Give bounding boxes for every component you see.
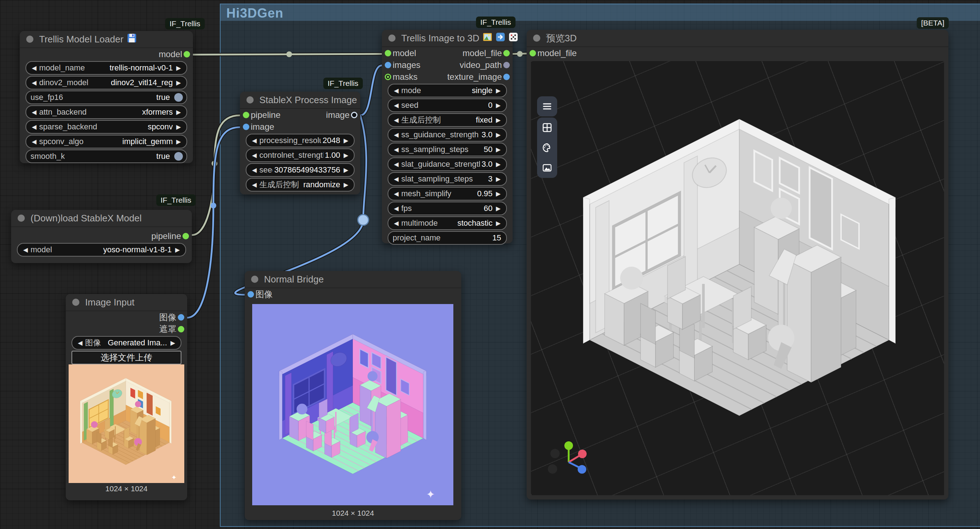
node-image-input[interactable]: Image Input图像遮罩◀图像Generated Ima...▶选择文件上… xyxy=(66,294,187,500)
node-header[interactable]: Normal Bridge xyxy=(245,271,461,288)
widget-use-fp16[interactable]: use_fp16true xyxy=(25,91,187,104)
collapse-dot-icon[interactable] xyxy=(26,35,33,43)
increment-arrow-icon[interactable]: ▶ xyxy=(174,123,183,131)
increment-arrow-icon[interactable]: ▶ xyxy=(342,166,350,174)
widget-mode[interactable]: ◀modesingle▶ xyxy=(388,84,507,97)
node-header[interactable]: 预览3D xyxy=(527,30,948,47)
collapse-dot-icon[interactable] xyxy=(533,35,540,42)
port-dot[interactable] xyxy=(243,124,249,130)
port-dot[interactable] xyxy=(184,51,190,57)
palette-icon[interactable] xyxy=(537,138,557,158)
decrement-arrow-icon[interactable]: ◀ xyxy=(21,246,30,254)
increment-arrow-icon[interactable]: ▶ xyxy=(169,339,177,347)
widget-sparse-backend[interactable]: ◀sparse_backendspconv▶ xyxy=(25,120,187,134)
collapse-dot-icon[interactable] xyxy=(18,215,25,222)
widget-processing-resolution[interactable]: ◀processing_resolution2048▶ xyxy=(246,134,355,147)
increment-arrow-icon[interactable]: ▶ xyxy=(494,87,503,94)
decrement-arrow-icon[interactable]: ◀ xyxy=(250,181,259,189)
increment-arrow-icon[interactable]: ▶ xyxy=(342,137,350,145)
decrement-arrow-icon[interactable]: ◀ xyxy=(250,151,259,159)
increment-arrow-icon[interactable]: ▶ xyxy=(494,131,503,139)
decrement-arrow-icon[interactable]: ◀ xyxy=(392,102,401,109)
node-normal-bridge[interactable]: Normal Bridge图像✦1024 × 1024 xyxy=(245,271,461,520)
increment-arrow-icon[interactable]: ▶ xyxy=(174,108,183,116)
axis-gizmo-icon[interactable] xyxy=(547,431,605,485)
node-download-stablex-model[interactable]: (Down)load StableX Modelpipeline◀modelyo… xyxy=(11,210,192,263)
widget-control-after-generate[interactable]: ◀生成后控制randomize▶ xyxy=(246,178,355,191)
port-dot[interactable] xyxy=(178,326,184,332)
increment-arrow-icon[interactable]: ▶ xyxy=(494,190,503,198)
node-stablex-process-image[interactable]: StableX Process Imagepipelineimageimage◀… xyxy=(240,92,360,194)
reroute-node[interactable] xyxy=(358,215,369,225)
decrement-arrow-icon[interactable]: ◀ xyxy=(392,116,401,124)
increment-arrow-icon[interactable]: ▶ xyxy=(342,181,350,189)
widget-dinov2-model[interactable]: ◀dinov2_modeldinov2_vitl14_reg▶ xyxy=(25,76,187,89)
decrement-arrow-icon[interactable]: ◀ xyxy=(392,220,401,227)
widget-project-name[interactable]: project_name15 xyxy=(388,231,507,245)
widget-seed[interactable]: ◀seed0▶ xyxy=(388,99,507,112)
node-header[interactable]: Trellis Image to 3D xyxy=(382,30,512,47)
increment-arrow-icon[interactable]: ▶ xyxy=(494,102,503,109)
node-preview-3d[interactable]: 预览3Dmodel_file xyxy=(527,30,948,500)
collapse-dot-icon[interactable] xyxy=(247,96,254,104)
decrement-arrow-icon[interactable]: ◀ xyxy=(392,205,401,212)
node-trellis-model-loader[interactable]: Trellis Model Loadermodel◀model_nametrel… xyxy=(20,31,193,163)
widget-attn-backend[interactable]: ◀attn_backendxformers▶ xyxy=(25,105,187,119)
widget-model[interactable]: ◀modelyoso-normal-v1-8-1▶ xyxy=(17,243,186,257)
node-graph-canvas[interactable]: Hi3DGen IF_Trellis IF_Trellis IF_Trellis… xyxy=(0,0,980,529)
node-trellis-image-to-3d[interactable]: Trellis Image to 3Dmodelmodel_fileimages… xyxy=(382,30,512,243)
collapse-dot-icon[interactable] xyxy=(72,299,80,306)
port-dot-hollow[interactable] xyxy=(385,74,391,80)
increment-arrow-icon[interactable]: ▶ xyxy=(494,175,503,183)
widget-model-name[interactable]: ◀model_nametrellis-normal-v0-1▶ xyxy=(25,61,187,75)
decrement-arrow-icon[interactable]: ◀ xyxy=(30,64,38,72)
decrement-arrow-icon[interactable]: ◀ xyxy=(30,79,38,87)
3d-model-render[interactable] xyxy=(563,83,915,464)
port-dot[interactable] xyxy=(503,74,510,80)
increment-arrow-icon[interactable]: ▶ xyxy=(174,138,183,145)
port-dot[interactable] xyxy=(530,50,536,56)
node-header[interactable]: Trellis Model Loader xyxy=(20,31,193,48)
decrement-arrow-icon[interactable]: ◀ xyxy=(392,190,401,198)
widget-smooth-k[interactable]: smooth_ktrue xyxy=(25,150,187,163)
port-dot[interactable] xyxy=(243,112,249,118)
menu-icon[interactable] xyxy=(537,96,557,116)
widget-seed[interactable]: ◀seed307865499433756▶ xyxy=(246,163,355,177)
toggle-knob-icon[interactable] xyxy=(174,93,183,102)
increment-arrow-icon[interactable]: ▶ xyxy=(174,79,183,87)
decrement-arrow-icon[interactable]: ◀ xyxy=(392,175,401,183)
collapse-dot-icon[interactable] xyxy=(388,35,396,42)
widget-multimode[interactable]: ◀multimodestochastic▶ xyxy=(388,216,507,230)
widget-control-after-generate[interactable]: ◀生成后控制fixed▶ xyxy=(388,113,507,127)
port-dot[interactable] xyxy=(503,62,510,68)
port-dot[interactable] xyxy=(178,314,184,320)
3d-viewport[interactable] xyxy=(531,61,944,495)
port-dot[interactable] xyxy=(248,291,254,298)
widget-ss-sampling-steps[interactable]: ◀ss_sampling_steps50▶ xyxy=(388,143,507,156)
node-header[interactable]: Image Input xyxy=(66,294,187,311)
port-dot[interactable] xyxy=(503,50,510,56)
decrement-arrow-icon[interactable]: ◀ xyxy=(250,137,259,145)
increment-arrow-icon[interactable]: ▶ xyxy=(342,151,350,159)
increment-arrow-icon[interactable]: ▶ xyxy=(494,146,503,153)
decrement-arrow-icon[interactable]: ◀ xyxy=(392,131,401,139)
decrement-arrow-icon[interactable]: ◀ xyxy=(392,146,401,153)
decrement-arrow-icon[interactable]: ◀ xyxy=(250,166,259,174)
increment-arrow-icon[interactable]: ▶ xyxy=(494,205,503,212)
widget-ss-guidance-strength[interactable]: ◀ss_guidance_strength3.0▶ xyxy=(388,128,507,142)
decrement-arrow-icon[interactable]: ◀ xyxy=(30,108,38,116)
widget-image-select[interactable]: ◀图像Generated Ima...▶ xyxy=(72,336,181,350)
port-dot[interactable] xyxy=(385,62,391,68)
toggle-knob-icon[interactable] xyxy=(174,152,183,161)
decrement-arrow-icon[interactable]: ◀ xyxy=(30,123,38,131)
decrement-arrow-icon[interactable]: ◀ xyxy=(392,161,401,168)
widget-spconv-algo[interactable]: ◀spconv_algoimplicit_gemm▶ xyxy=(25,135,187,148)
grid-icon[interactable] xyxy=(537,118,557,138)
widget-mesh-simplify[interactable]: ◀mesh_simplify0.95▶ xyxy=(388,187,507,201)
decrement-arrow-icon[interactable]: ◀ xyxy=(76,339,84,347)
increment-arrow-icon[interactable]: ▶ xyxy=(174,64,183,72)
decrement-arrow-icon[interactable]: ◀ xyxy=(392,87,401,94)
increment-arrow-icon[interactable]: ▶ xyxy=(494,116,503,124)
upload-file-button[interactable]: 选择文件上传 xyxy=(72,351,181,365)
increment-arrow-icon[interactable]: ▶ xyxy=(494,161,503,168)
